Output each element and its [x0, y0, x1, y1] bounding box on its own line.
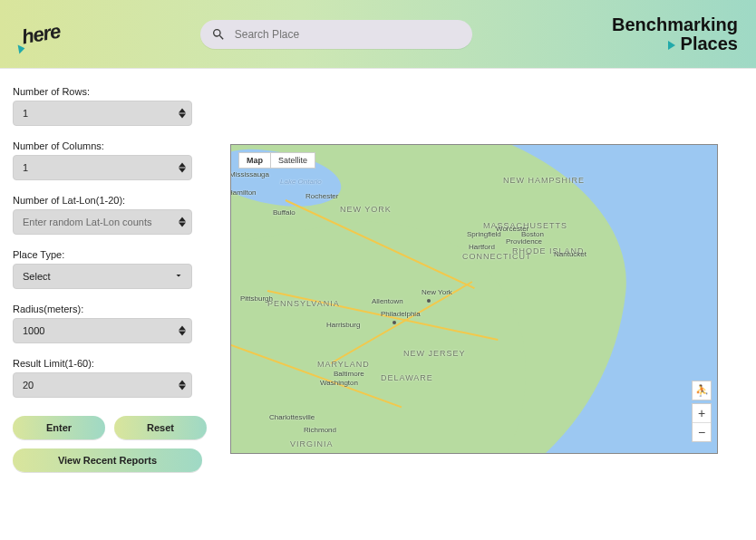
place-type-value: Select — [23, 271, 51, 282]
button-row: Enter Reset — [13, 416, 216, 439]
limit-value: 20 — [23, 380, 34, 391]
map-label: NEW HAMPSHIRE — [503, 176, 585, 185]
map[interactable]: NEW YORK PENNSYLVANIA NEW JERSEY MARYLAN… — [230, 144, 718, 454]
map-label: Lake Ontario — [280, 178, 322, 186]
here-logo: here — [20, 19, 62, 49]
search-input[interactable] — [233, 27, 461, 42]
map-label: Providence — [506, 237, 542, 246]
cols-input[interactable]: 1 — [13, 155, 192, 180]
map-label: Richmond — [304, 426, 336, 434]
map-label: Baltimore — [334, 370, 364, 378]
spinner-icon[interactable] — [179, 217, 186, 227]
spinner-icon[interactable] — [179, 326, 186, 336]
limit-input[interactable]: 20 — [13, 372, 192, 398]
chevron-down-icon — [173, 270, 184, 283]
map-area: NEW YORK PENNSYLVANIA NEW JERSEY MARYLAN… — [216, 68, 756, 540]
content: Number of Rows: 1 Number of Columns: 1 N… — [0, 68, 756, 540]
map-type-satellite[interactable]: Satellite — [270, 152, 315, 169]
place-type-label: Place Type: — [13, 249, 216, 260]
rows-label: Number of Rows: — [13, 86, 216, 97]
field-rows: Number of Rows: 1 — [13, 86, 216, 126]
place-type-select[interactable]: Select — [13, 264, 192, 289]
map-label: Hartford — [469, 243, 495, 251]
reset-button[interactable]: Reset — [114, 416, 207, 439]
latlon-label: Number of Lat-Lon(1-20): — [13, 195, 216, 206]
map-label: Nantucket — [554, 250, 586, 258]
title-line2: Places — [668, 34, 738, 53]
latlon-placeholder: Enter random Lat-Lon counts — [23, 217, 151, 227]
field-limit: Result Limit(1-60): 20 — [13, 358, 216, 398]
map-label: DELAWARE — [381, 373, 433, 382]
spinner-icon[interactable] — [179, 381, 186, 391]
pegman-icon[interactable]: ⛹ — [692, 381, 712, 400]
map-label: Buffalo — [273, 208, 296, 217]
map-label: Harrisburg — [326, 321, 360, 329]
spinner-icon[interactable] — [179, 109, 186, 119]
field-latlon: Number of Lat-Lon(1-20): Enter random La… — [13, 195, 216, 235]
limit-label: Result Limit(1-60): — [13, 358, 216, 369]
latlon-input[interactable]: Enter random Lat-Lon counts — [13, 209, 192, 235]
radius-label: Radius(meters): — [13, 304, 216, 314]
map-label: Philadelphia — [381, 310, 421, 318]
search-icon — [211, 27, 226, 42]
map-label: NEW YORK — [340, 205, 392, 214]
header: here Benchmarking Places — [0, 0, 756, 69]
rows-input[interactable]: 1 — [13, 101, 192, 126]
map-label: Hamilton — [230, 188, 257, 197]
sidebar: Number of Rows: 1 Number of Columns: 1 N… — [0, 68, 216, 540]
radius-value: 1000 — [23, 325, 44, 336]
field-radius: Radius(meters): 1000 — [13, 304, 216, 343]
view-recent-button[interactable]: View Recent Reports — [13, 448, 202, 472]
map-label: PENNSYLVANIA — [267, 299, 340, 308]
cols-value: 1 — [23, 162, 28, 173]
map-label: New York — [422, 288, 452, 296]
map-label: MARYLAND — [317, 360, 370, 369]
rows-value: 1 — [23, 108, 28, 119]
search-wrap — [200, 20, 472, 49]
map-label: Charlottesville — [269, 413, 315, 421]
city-dot — [427, 299, 431, 303]
map-label: Springfield — [467, 230, 501, 238]
map-label: VIRGINIA — [290, 439, 334, 448]
zoom-in-button[interactable]: + — [693, 404, 711, 423]
field-cols: Number of Columns: 1 — [13, 140, 216, 180]
app-title: Benchmarking Places — [612, 15, 738, 53]
map-label: Mississauga — [230, 170, 269, 178]
map-label: Pittsburgh — [240, 294, 273, 303]
title-line1: Benchmarking — [612, 15, 738, 34]
field-place-type: Place Type: Select — [13, 249, 216, 289]
map-label: Rochester — [305, 192, 338, 200]
cols-label: Number of Columns: — [13, 140, 216, 151]
map-type-map[interactable]: Map — [238, 152, 270, 169]
enter-button[interactable]: Enter — [13, 416, 105, 439]
map-label: Allentown — [372, 297, 403, 305]
radius-input[interactable]: 1000 — [13, 318, 192, 343]
map-type-toggle[interactable]: Map Satellite — [238, 152, 315, 169]
city-dot — [393, 321, 396, 324]
map-label: NEW JERSEY — [403, 349, 466, 358]
zoom-control: + − — [692, 403, 712, 442]
spinner-icon[interactable] — [179, 163, 186, 173]
map-label: Washington — [320, 379, 358, 387]
zoom-out-button[interactable]: − — [693, 423, 711, 441]
